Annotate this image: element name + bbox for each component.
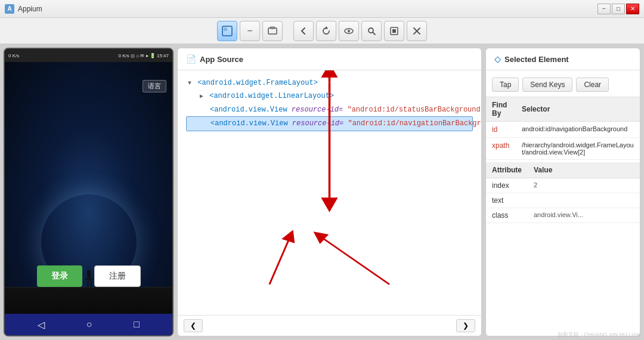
watermark: 创新互联 - CHUANG XIN HU LIAN xyxy=(558,331,640,336)
close-tool-button[interactable] xyxy=(407,21,427,41)
record-button[interactable] xyxy=(384,21,404,41)
source-panel: 📄 App Source ▼ <android.widget.FrameLayo… xyxy=(177,48,482,336)
tap-button[interactable]: Tap xyxy=(492,78,519,92)
source-footer: ❮ ❯ xyxy=(178,315,481,336)
find-by-table: Find By Selector idandroid:id/navigation… xyxy=(486,97,640,160)
xml-line-3[interactable]: <android.view.View resource-id= "android… xyxy=(186,103,473,116)
find-by-row[interactable]: xpath/hierarchy/android.widget.FrameLayo… xyxy=(486,138,640,160)
mobile-action-buttons: 登录 注册 xyxy=(5,265,172,287)
value-4: "android:id/navigationBarBackground xyxy=(348,119,481,128)
ground xyxy=(5,287,172,314)
tag-2: <android.widget.LinearLayout> xyxy=(209,92,334,100)
register-button[interactable]: 注册 xyxy=(94,265,141,287)
xml-line-4[interactable]: <android.view.View resource-id= "android… xyxy=(186,116,473,131)
attr-value-cell: 2 xyxy=(528,178,640,193)
find-by-cell: id xyxy=(486,122,516,138)
attr-row: index2 xyxy=(486,178,640,193)
title-bar: A Appium − □ ✕ xyxy=(0,0,644,18)
refresh-button[interactable] xyxy=(316,21,336,41)
svg-line-7 xyxy=(373,32,375,35)
mobile-panel: 0 K/s 0 K/s ◎ ⌂ ✉ ▸ 🔋 15:47 语言 登录 xyxy=(4,48,174,336)
selector-cell[interactable]: /hierarchy/android.widget.FrameLayout/an… xyxy=(516,138,640,160)
mobile-nav-bar: ◁ ○ □ xyxy=(5,314,172,335)
element-icon: ◇ xyxy=(494,54,501,64)
attribute-header: Attribute xyxy=(486,162,528,178)
svg-point-5 xyxy=(348,30,350,32)
attr-value-cell xyxy=(528,193,640,208)
tag-1: <android.widget.FrameLayout> xyxy=(197,79,318,87)
app-title: Appium xyxy=(18,5,597,13)
selector-header: Selector xyxy=(516,97,640,122)
value-3: "android:id/statusBarBackground" xyxy=(347,106,481,114)
minus-button[interactable]: − xyxy=(240,21,260,41)
minimize-button[interactable]: − xyxy=(597,4,611,14)
status-left: 0 K/s xyxy=(8,53,19,58)
find-by-header: Find By xyxy=(486,97,516,122)
back-button[interactable] xyxy=(293,21,314,41)
element-panel: ◇ Selected Element Tap Send Keys Clear F… xyxy=(485,48,640,336)
value-header: Value xyxy=(528,162,640,178)
mobile-screen: 语言 登录 注册 xyxy=(5,62,172,314)
main-content: 0 K/s 0 K/s ◎ ⌂ ✉ ▸ 🔋 15:47 语言 登录 xyxy=(0,44,644,340)
attr-3: resource-id= xyxy=(292,106,343,114)
expand-1[interactable]: ▼ xyxy=(186,80,193,87)
maximize-button[interactable]: □ xyxy=(612,4,625,14)
source-icon: 📄 xyxy=(186,54,196,64)
element-panel-header: ◇ Selected Element xyxy=(486,48,640,70)
mobile-status-bar: 0 K/s 0 K/s ◎ ⌂ ✉ ▸ 🔋 15:47 xyxy=(5,49,172,62)
expand-2[interactable]: ▶ xyxy=(198,93,205,100)
close-button[interactable]: ✕ xyxy=(626,4,639,14)
attr-row: text xyxy=(486,193,640,208)
attr-4: resource-id= xyxy=(292,119,343,128)
send-keys-button[interactable]: Send Keys xyxy=(522,78,572,92)
xml-line-2[interactable]: ▶ <android.widget.LinearLayout> xyxy=(186,89,473,103)
window-controls: − □ ✕ xyxy=(597,4,639,14)
next-button[interactable]: ❯ xyxy=(456,319,475,332)
clear-button[interactable]: Clear xyxy=(576,78,609,92)
lang-button[interactable]: 语言 xyxy=(143,80,166,92)
svg-rect-1 xyxy=(224,27,227,31)
home-nav-icon[interactable]: ○ xyxy=(86,319,92,330)
element-actions: Tap Send Keys Clear xyxy=(486,70,640,97)
back-nav-icon[interactable]: ◁ xyxy=(38,319,45,330)
eye-button[interactable] xyxy=(339,21,359,41)
status-right: 0 K/s ◎ ⌂ ✉ ▸ 🔋 15:47 xyxy=(119,53,169,58)
search-button[interactable] xyxy=(361,21,382,41)
find-by-row[interactable]: idandroid:id/navigationBarBackground xyxy=(486,122,640,138)
prev-button[interactable]: ❮ xyxy=(184,319,203,332)
selector-cell[interactable]: android:id/navigationBarBackground xyxy=(516,122,640,138)
attr-name-cell: index xyxy=(486,178,528,193)
tag-3: <android.view.View xyxy=(210,106,292,114)
tag-4: <android.view.View xyxy=(210,119,292,128)
attr-value-cell: android.view.Vi... xyxy=(528,208,640,223)
screenshot-button[interactable] xyxy=(262,21,283,41)
xml-line-1[interactable]: ▼ <android.widget.FrameLayout> xyxy=(186,76,473,89)
toolbar-separator-1 xyxy=(285,21,291,41)
source-panel-title: App Source xyxy=(200,55,243,64)
app-icon: A xyxy=(5,4,14,14)
attr-table: Attribute Value index2textclassandroid.v… xyxy=(486,162,640,223)
source-content[interactable]: ▼ <android.widget.FrameLayout> ▶ <androi… xyxy=(178,70,481,315)
attr-row: classandroid.view.Vi... xyxy=(486,208,640,223)
find-by-cell: xpath xyxy=(486,138,516,160)
attr-name-cell: class xyxy=(486,208,528,223)
attr-name-cell: text xyxy=(486,193,528,208)
element-panel-title: Selected Element xyxy=(504,55,569,64)
recent-nav-icon[interactable]: □ xyxy=(134,319,140,330)
login-button[interactable]: 登录 xyxy=(37,265,82,287)
select-tool-button[interactable] xyxy=(217,21,237,41)
svg-rect-9 xyxy=(392,29,396,33)
source-panel-header: 📄 App Source xyxy=(178,48,481,70)
toolbar: − xyxy=(0,18,644,44)
